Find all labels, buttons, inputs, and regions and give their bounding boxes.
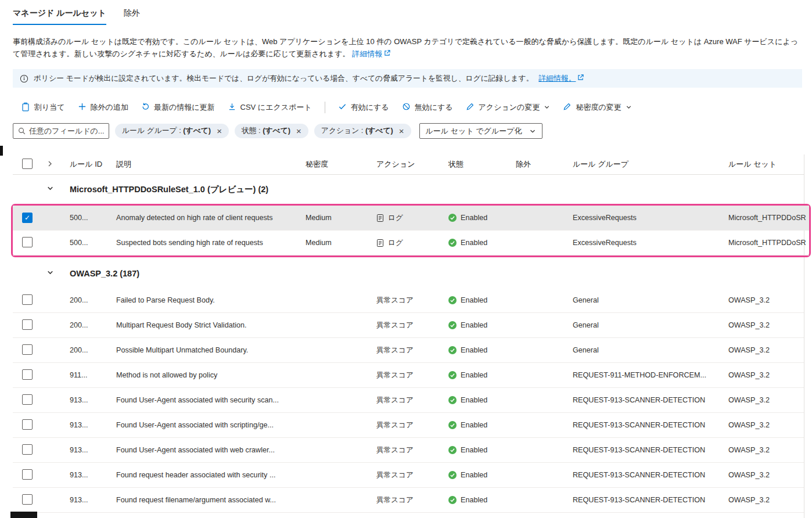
row-checkbox[interactable] [22,369,33,380]
clipboard-icon [21,102,30,113]
row-checkbox[interactable] [22,294,33,305]
rule-row[interactable]: 911...Method is not allowed by policy異常ス… [13,363,804,388]
rule-description: Multipart Request Body Strict Validation… [113,321,302,329]
block-icon [402,102,411,113]
rule-set: Microsoft_HTTPDDoSR [725,214,809,222]
rule-row[interactable]: 200...Multipart Request Body Strict Vali… [13,313,804,338]
tab-managed-rulesets[interactable]: マネージド ルールセット [13,8,106,25]
export-csv-button[interactable]: CSV にエクスポート [228,102,312,113]
rule-row[interactable]: 920...Invalid HTTP Request Line異常スコアEnab… [13,513,804,518]
rule-action: 異常スコア [373,346,445,355]
group-by-dropdown[interactable]: ルール セット でグループ化 [419,123,542,139]
external-link-icon [384,49,390,58]
row-checkbox[interactable] [22,394,33,405]
rule-action: ログ [373,213,445,223]
expand-collapse-all-icon[interactable] [42,160,66,169]
assign-button[interactable]: 割り当て [21,102,65,113]
rule-description: Found User-Agent associated with securit… [113,396,302,404]
col-header-rule-group[interactable]: ルール グループ [569,159,725,170]
rule-status: Enabled [445,239,512,247]
tab-label: 除外 [124,8,140,17]
col-header-rule-set[interactable]: ルール セット [725,159,804,170]
rule-action: 異常スコア [373,445,445,455]
col-header-description[interactable]: 説明 [113,159,302,170]
rule-description: Failed to Parse Request Body. [113,296,302,304]
tab-exclusions[interactable]: 除外 [124,8,140,25]
row-checkbox[interactable] [22,494,33,505]
filter-bar: ルール グループ : (すべて) × 状態 : (すべて) × アクション : … [13,123,812,139]
remove-filter-icon[interactable]: × [217,127,222,135]
rule-row[interactable]: 913...Found request filename/argument as… [13,488,804,513]
rule-id: 911... [66,371,113,379]
rule-row[interactable]: 913...Found User-Agent associated with s… [13,388,804,413]
rule-action: 異常スコア [373,321,445,330]
toolbar-divider [325,102,325,113]
rule-set: OWASP_3.2 [725,371,804,379]
enabled-check-icon [448,296,457,304]
rule-sensitivity: Medium [302,214,373,222]
rule-row[interactable]: 200...Possible Multipart Unmatched Bound… [13,338,804,363]
log-icon [376,214,384,222]
banner-text: ポリシー モードが検出に設定されています。検出モードでは、ログが有効になっている… [34,74,533,84]
row-checkbox[interactable] [22,237,33,247]
rule-description: Possible Multipart Unmatched Boundary. [113,346,302,354]
rule-row[interactable]: ✓500...Anomaly detected on high rate of … [13,206,809,231]
filter-pill-state[interactable]: 状態 : (すべて) × [235,124,308,138]
rule-group: ExcessiveRequests [569,239,725,247]
collapse-chevron-icon[interactable] [42,184,66,195]
chevron-down-icon [544,103,550,112]
banner-learn-more-link[interactable]: 詳細情報。 [538,74,584,84]
description: 事前構成済みのルール セットは既定で有効です。このルール セットは、Web アプ… [13,35,800,60]
description-text: 事前構成済みのルール セットは既定で有効です。このルール セットは、Web アプ… [13,37,798,58]
plus-icon [78,102,87,113]
row-checkbox[interactable] [22,469,33,480]
enabled-check-icon [448,214,457,222]
row-checkbox[interactable] [22,419,33,430]
rule-group: REQUEST-913-SCANNER-DETECTION [569,446,725,454]
horizontal-scrollbar-thumb[interactable] [10,512,37,518]
log-icon [376,239,384,247]
col-header-action[interactable]: アクション [373,159,445,170]
group-header-row[interactable]: Microsoft_HTTPDDoSRuleSet_1.0 (プレビュー) (2… [13,175,804,204]
col-header-rule-id[interactable]: ルール ID [66,159,113,170]
pencil-icon [563,102,572,113]
filter-pill-rule-group[interactable]: ルール グループ : (すべて) × [115,124,229,138]
rule-row[interactable]: 913...Found User-Agent associated with s… [13,413,804,438]
rule-status: Enabled [445,321,512,329]
rule-id: 200... [66,321,113,329]
add-exclusion-button[interactable]: 除外の追加 [78,102,128,113]
disable-button[interactable]: 無効にする [402,102,453,113]
row-checkbox[interactable] [22,444,33,455]
rule-set: OWASP_3.2 [725,321,804,329]
search-box[interactable] [13,123,109,139]
enable-button[interactable]: 有効にする [338,102,389,113]
col-header-exclusion[interactable]: 除外 [512,159,569,170]
select-all-checkbox[interactable] [22,159,33,169]
row-checkbox[interactable] [22,319,33,330]
filter-pill-action[interactable]: アクション : (すべて) × [314,124,411,138]
refresh-button[interactable]: 最新の情報に更新 [141,102,215,113]
rule-row[interactable]: 200...Failed to Parse Request Body.異常スコア… [13,288,804,313]
enabled-check-icon [448,496,457,504]
rule-group: REQUEST-913-SCANNER-DETECTION [569,396,725,404]
rule-row[interactable]: 913...Found request header associated wi… [13,463,804,488]
group-header-row[interactable]: OWASP_3.2 (187) [13,259,804,288]
change-action-button[interactable]: アクションの変更 [466,102,551,113]
change-sensitivity-button[interactable]: 秘密度の変更 [563,102,631,113]
description-learn-more-link[interactable]: 詳細情報 [352,49,390,58]
group-title: OWASP_3.2 (187) [66,269,804,278]
row-checkbox[interactable] [22,344,33,355]
collapse-chevron-icon[interactable] [42,268,66,279]
rule-row[interactable]: 500...Suspected bots sending high rate o… [13,231,809,256]
download-icon [228,102,236,113]
remove-filter-icon[interactable]: × [296,127,301,135]
rule-status: Enabled [445,214,512,222]
row-checkbox[interactable]: ✓ [22,213,33,223]
col-header-sensitivity[interactable]: 秘密度 [302,159,373,170]
group-title: Microsoft_HTTPDDoSRuleSet_1.0 (プレビュー) (2… [66,184,804,195]
remove-filter-icon[interactable]: × [399,127,404,135]
rule-action: 異常スコア [373,495,445,505]
search-input[interactable] [29,127,104,135]
rule-row[interactable]: 913...Found User-Agent associated with w… [13,438,804,463]
col-header-status[interactable]: 状態 [445,159,512,170]
